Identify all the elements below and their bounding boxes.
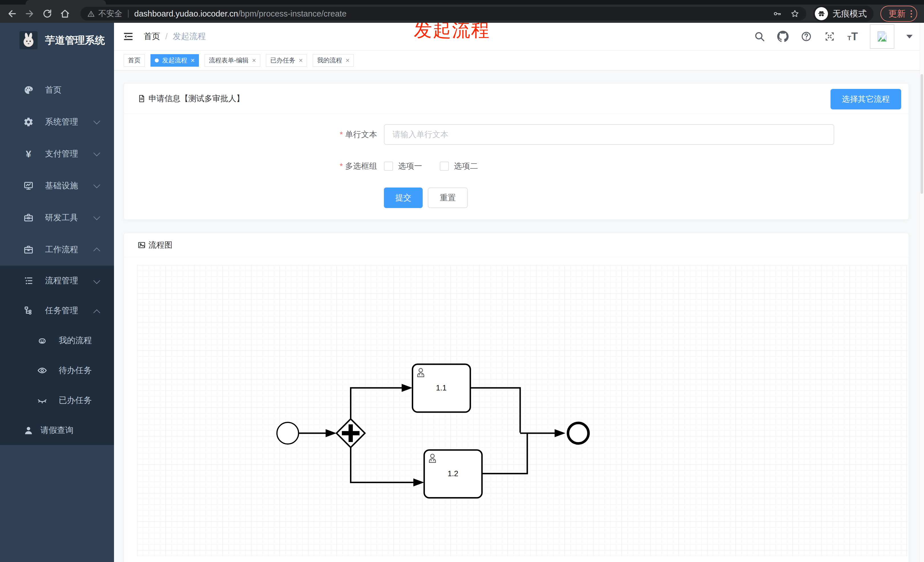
sidebar-item-devtools[interactable]: 研发工具 xyxy=(0,202,114,234)
bpmn-diagram: 1.1 1.2 xyxy=(137,265,908,556)
sidebar-item-done-tasks[interactable]: 已办任务 xyxy=(0,385,114,415)
back-icon[interactable] xyxy=(7,9,17,19)
logo[interactable]: 芋道管理系统 xyxy=(0,23,114,58)
close-icon[interactable]: × xyxy=(252,57,256,64)
sidebar-item-label: 基础设施 xyxy=(45,180,78,192)
toolbox-icon xyxy=(23,213,34,223)
breadcrumb-home[interactable]: 首页 xyxy=(144,31,160,42)
key-icon[interactable] xyxy=(772,9,782,18)
task-label: 1.1 xyxy=(436,384,447,392)
avatar-caret-icon[interactable] xyxy=(906,35,913,39)
sidebar-item-label: 首页 xyxy=(45,84,62,96)
sidebar-item-system[interactable]: 系统管理 xyxy=(0,106,114,138)
scrollbar-thumb[interactable] xyxy=(921,74,923,194)
form-row-text: *单行文本 xyxy=(124,124,909,145)
update-button[interactable]: 更新 xyxy=(880,6,917,22)
sidebar-item-payment[interactable]: ¥ 支付管理 xyxy=(0,138,114,170)
checkbox-option-2[interactable]: 选项二 xyxy=(440,161,478,172)
logo-image xyxy=(20,31,38,49)
sidebar-item-label: 任务管理 xyxy=(45,305,78,316)
user-task-1-1[interactable]: 1.1 xyxy=(412,364,470,412)
checkbox-option-1[interactable]: 选项一 xyxy=(384,161,422,172)
sidebar-item-leave-query[interactable]: 请假查询 xyxy=(0,415,114,445)
breadcrumb-separator: / xyxy=(165,32,168,41)
browser-toolbar: 不安全 dashboard.yudao.iocoder.cn/bpm/proce… xyxy=(0,4,924,23)
sidebar-item-label: 待办任务 xyxy=(59,365,92,376)
sidebar-item-label: 系统管理 xyxy=(45,116,78,128)
chevron-down-icon xyxy=(93,277,100,284)
user-task-1-2[interactable]: 1.2 xyxy=(424,450,482,498)
tab-form-edit[interactable]: 流程表单-编辑× xyxy=(205,54,260,67)
checkbox-icon[interactable] xyxy=(440,162,449,171)
field-label: *多选框组 xyxy=(124,161,384,172)
forward-icon[interactable] xyxy=(24,9,35,19)
incognito-badge: 无痕模式 xyxy=(813,6,873,22)
home-icon[interactable] xyxy=(60,9,70,19)
sidebar-item-process-mgmt[interactable]: 流程管理 xyxy=(0,265,114,295)
tab-create-process[interactable]: 发起流程× xyxy=(150,54,199,67)
tab-done-tasks[interactable]: 已办任务× xyxy=(266,54,307,67)
close-icon[interactable]: × xyxy=(190,57,195,64)
document-icon xyxy=(137,94,146,103)
bpmn-canvas[interactable]: 1.1 1.2 xyxy=(137,265,908,556)
url-host: dashboard.yudao.iocoder.cn xyxy=(134,9,238,18)
scrollbar[interactable] xyxy=(920,23,924,562)
sidebar-item-label: 工作流程 xyxy=(45,244,78,255)
required-mark: * xyxy=(340,162,343,171)
form-actions: 提交 重置 xyxy=(124,187,909,208)
close-icon[interactable]: × xyxy=(299,57,303,64)
form-row-checkbox-group: *多选框组 选项一 选项二 xyxy=(124,161,909,172)
update-label: 更新 xyxy=(888,8,906,19)
end-event[interactable] xyxy=(568,423,588,444)
active-dot-icon xyxy=(155,58,159,62)
github-icon[interactable] xyxy=(777,31,789,42)
sidebar-item-workflow[interactable]: 工作流程 xyxy=(0,234,114,265)
url-bar[interactable]: 不安全 dashboard.yudao.iocoder.cn/bpm/proce… xyxy=(80,7,806,21)
chevron-down-icon xyxy=(93,181,100,188)
field-label: *单行文本 xyxy=(124,129,384,140)
search-icon[interactable] xyxy=(754,31,765,42)
avatar[interactable] xyxy=(870,24,894,49)
browser-active-tab[interactable] xyxy=(26,0,106,4)
sidebar-item-my-process[interactable]: 我的流程 xyxy=(0,325,114,355)
close-icon[interactable]: × xyxy=(345,57,350,64)
single-line-text-input[interactable] xyxy=(384,124,834,145)
chevron-down-icon xyxy=(93,149,100,156)
sidebar-item-home[interactable]: 首页 xyxy=(0,74,114,106)
monitor-icon xyxy=(23,181,34,191)
sidebar-item-label: 支付管理 xyxy=(45,148,78,160)
yen-icon: ¥ xyxy=(23,149,34,159)
checkbox-icon[interactable] xyxy=(384,162,393,171)
sidebar-item-label: 请假查询 xyxy=(40,425,74,436)
eye-icon xyxy=(37,366,47,376)
help-icon[interactable] xyxy=(801,31,812,42)
sidebar-item-label: 研发工具 xyxy=(45,212,78,223)
sidebar-item-infra[interactable]: 基础设施 xyxy=(0,170,114,202)
submit-button[interactable]: 提交 xyxy=(384,187,423,208)
not-secure-icon xyxy=(87,10,95,18)
required-mark: * xyxy=(340,130,343,139)
browser-chrome: 不安全 dashboard.yudao.iocoder.cn/bpm/proce… xyxy=(0,0,924,23)
sidebar-item-task-mgmt[interactable]: 任务管理 xyxy=(0,295,114,325)
sidebar-item-label: 我的流程 xyxy=(59,335,92,346)
chevron-up-icon xyxy=(93,309,100,316)
bookmark-star-icon[interactable] xyxy=(790,9,800,18)
fullscreen-icon[interactable] xyxy=(824,31,836,42)
chevron-up-icon xyxy=(93,247,100,254)
parallel-gateway[interactable] xyxy=(336,419,365,447)
sidebar-item-todo-tasks[interactable]: 待办任务 xyxy=(0,355,114,385)
start-event[interactable] xyxy=(277,423,299,444)
reload-icon[interactable] xyxy=(42,9,52,19)
sidebar-fold-icon[interactable] xyxy=(123,31,134,42)
reset-button[interactable]: 重置 xyxy=(428,187,468,208)
browser-menu-icon[interactable] xyxy=(910,10,912,17)
diagram-card-title: 流程图 xyxy=(137,240,172,250)
screen: 不安全 dashboard.yudao.iocoder.cn/bpm/proce… xyxy=(0,0,924,562)
tab-home[interactable]: 首页 xyxy=(124,54,145,67)
tab-my-process[interactable]: 我的流程× xyxy=(313,54,354,67)
font-size-icon[interactable]: TT xyxy=(848,30,858,43)
breadcrumb: 首页 / 发起流程 xyxy=(144,31,206,42)
sidebar: 芋道管理系统 首页 系统管理 ¥ 支付管理 xyxy=(0,23,114,562)
select-other-process-button[interactable]: 选择其它流程 xyxy=(831,89,901,109)
app-title: 芋道管理系统 xyxy=(45,34,105,47)
